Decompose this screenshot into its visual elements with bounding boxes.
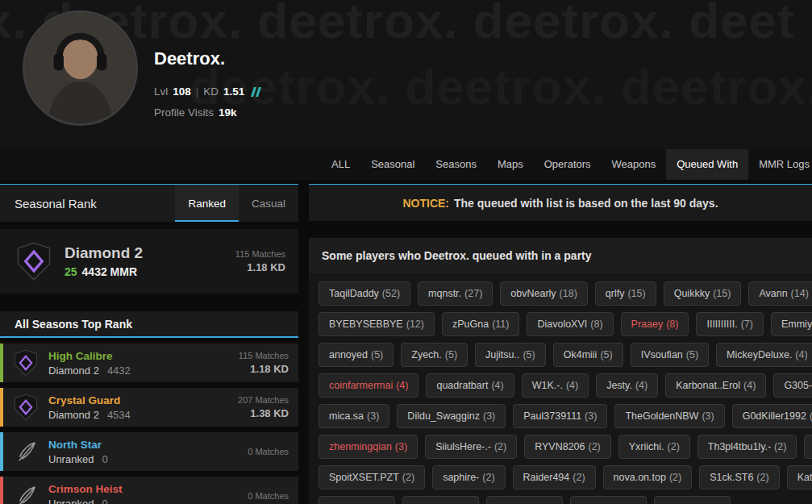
player-chip[interactable]: SiiulsHere-.-(2) xyxy=(425,435,517,459)
player-chip-name: Praaey xyxy=(631,319,664,330)
player-chip-name: Yxriichi. xyxy=(629,441,664,452)
player-chip[interactable]: IIIIIIIIII.(7) xyxy=(696,312,763,336)
player-chip[interactable]: Katze.HD(2) xyxy=(787,465,812,489)
season-mmr: 4534 xyxy=(107,409,131,421)
player-chip[interactable]: obvNearly(18) xyxy=(500,281,588,306)
player-chip-count: (3) xyxy=(585,410,597,422)
player-chip[interactable]: Jesty.(4) xyxy=(596,373,658,398)
notice-text: The queued with list is based on the las… xyxy=(454,197,718,210)
player-chip[interactable]: W1K.-.(4) xyxy=(522,373,589,398)
player-chip[interactable]: DiavoloXVI(8) xyxy=(527,312,613,336)
queued-with-title: Some players who Deetrox. queued with in… xyxy=(309,238,812,273)
player-chip[interactable]: MickeyDeluxe.(4) xyxy=(716,343,812,367)
player-chip-count: (2) xyxy=(494,441,506,452)
player-chip[interactable]: Paul3739111(3) xyxy=(513,404,607,428)
player-chip[interactable]: Ok4miii(5) xyxy=(553,343,623,367)
player-chip[interactable]: mica.sa(3) xyxy=(319,404,389,428)
season-row-high-calibre: High CalibreDiamond 24432115 Matches1.18… xyxy=(0,344,298,382)
player-chip[interactable]: Blxzey.(2) xyxy=(804,435,812,459)
nav-tabs: ALLSeasonalSeasonsMapsOperatorsWeaponsQu… xyxy=(321,149,812,180)
player-chip[interactable]: Zyech.(5) xyxy=(401,343,468,367)
level-value: 108 xyxy=(173,85,191,98)
player-chip[interactable]: quadratbart(4) xyxy=(426,373,514,398)
player-chip-name: qrlfy xyxy=(606,288,625,299)
player-chip-count: (2) xyxy=(669,472,681,483)
nav-tab-weapons[interactable]: Weapons xyxy=(602,149,667,180)
season-mmr: 4432 xyxy=(107,364,131,377)
nav-tab-mmr-logs[interactable]: MMR Logs xyxy=(748,149,812,180)
player-chip-name: Katze.HD xyxy=(797,472,812,483)
chip-row: coinfarmermai(4)quadratbart(4)W1K.-.(4)J… xyxy=(319,373,802,398)
top-rank-list: High CalibreDiamond 24432115 Matches1.18… xyxy=(0,344,298,504)
player-chip-name: Emmiy xyxy=(781,319,812,330)
player-chip-count: (5) xyxy=(371,349,383,360)
rank-stats: 115 Matches 1.18 KD xyxy=(235,249,285,273)
nav-tab-seasons[interactable]: Seasons xyxy=(425,149,487,180)
season-kd: 1.38 KD xyxy=(238,407,289,419)
player-chip-count: (8) xyxy=(590,319,602,330)
player-chip[interactable]: Karbonat..Erol(4) xyxy=(665,373,766,398)
player-chip[interactable]: BYEBYSEBBYE(12) xyxy=(319,312,435,336)
player-chip-count: (8) xyxy=(666,319,678,330)
player-chip[interactable]: G305-iwnl(3) xyxy=(773,373,812,398)
profile-visits: Profile Visits 19k xyxy=(154,106,237,119)
player-chip-name: Ok4miii xyxy=(564,349,598,360)
player-chip[interactable]: Avann(14) xyxy=(748,281,812,306)
player-chip[interactable]: TheGoldenNBW(3) xyxy=(614,404,724,428)
season-row-crimson-heist: Crimson HeistUnranked00 Matches xyxy=(0,477,298,504)
player-chip[interactable]: Quikkky(15) xyxy=(664,281,742,306)
player-chip-partial[interactable] xyxy=(570,496,647,504)
player-chip-name: Dildu_Swagginz xyxy=(407,410,480,422)
player-chip[interactable]: IVsoufian(5) xyxy=(631,343,709,367)
player-chip-count: (5) xyxy=(600,349,612,360)
player-chip[interactable]: annoyed(5) xyxy=(319,343,394,367)
player-chip[interactable]: Th3pl4tbu1ly.-(2) xyxy=(697,435,797,459)
tab-ranked[interactable]: Ranked xyxy=(175,185,239,222)
player-chip-partial[interactable] xyxy=(654,496,731,504)
player-chip-name: nova.on.top xyxy=(614,472,666,483)
player-chip[interactable]: Emmiy(6) xyxy=(771,312,812,336)
player-chip[interactable]: qrlfy(15) xyxy=(595,281,656,306)
nav-tab-all[interactable]: ALL xyxy=(321,149,360,180)
player-chip-count: (2) xyxy=(402,472,414,483)
player-chip-partial[interactable] xyxy=(486,496,563,504)
nav-tab-seasonal[interactable]: Seasonal xyxy=(360,149,425,180)
player-chip-name: IIIIIIIIII. xyxy=(706,319,737,330)
player-chip[interactable]: Dildu_Swagginz(3) xyxy=(397,404,506,428)
level-label: Lvl xyxy=(154,85,168,98)
player-chip-partial[interactable] xyxy=(402,496,479,504)
avatar-image xyxy=(25,13,135,123)
player-chip[interactable]: Raider494(2) xyxy=(513,465,596,489)
player-chip-count: (15) xyxy=(627,288,645,299)
player-chip-name: Quikkky xyxy=(674,288,710,299)
player-chip[interactable]: SpoitXSET.PZT(2) xyxy=(319,465,425,489)
tab-casual[interactable]: Casual xyxy=(239,185,298,222)
player-chip-count: (18) xyxy=(560,288,577,299)
kd-value: 1.51 xyxy=(223,85,244,98)
main-nav: ALLSeasonalSeasonsMapsOperatorsWeaponsQu… xyxy=(0,149,812,180)
nav-tab-queued-with[interactable]: Queued With xyxy=(666,149,748,180)
chip-row-partial xyxy=(319,496,802,504)
player-chip-partial[interactable] xyxy=(319,496,395,504)
player-chip[interactable]: coinfarmermai(4) xyxy=(319,373,418,398)
player-chips: TaqilDaddy(52)mqnstr.(27)obvNearly(18)qr… xyxy=(309,273,812,504)
player-chip[interactable]: Jujitsu..(5) xyxy=(475,343,546,367)
player-chip-name: saphire- xyxy=(443,472,479,483)
chip-row: SpoitXSET.PZT(2)saphire-(2)Raider494(2)n… xyxy=(319,465,802,489)
player-chip[interactable]: mqnstr.(27) xyxy=(418,281,493,306)
player-chip[interactable]: zhenmingqian(3) xyxy=(319,435,418,459)
player-chip[interactable]: saphire-(2) xyxy=(432,465,505,489)
player-chip[interactable]: Yxriichi.(2) xyxy=(618,435,690,459)
player-chip-count: (2) xyxy=(774,441,786,452)
player-chip[interactable]: zPuGna(11) xyxy=(442,312,519,336)
player-chip[interactable]: TaqilDaddy(52) xyxy=(319,281,410,306)
player-chip-count: (4) xyxy=(491,380,503,391)
player-chip[interactable]: S1ck.ST6(2) xyxy=(699,465,779,489)
player-chip[interactable]: Praaey(8) xyxy=(621,312,689,336)
nav-tab-operators[interactable]: Operators xyxy=(534,149,602,180)
seasonal-rank-card: Diamond 2 25 4432 MMR 115 Matches 1.18 K… xyxy=(0,229,298,294)
player-chip[interactable]: G0dKiller1992(3) xyxy=(732,404,812,428)
player-chip[interactable]: RYVN8206(2) xyxy=(524,435,611,459)
nav-tab-maps[interactable]: Maps xyxy=(487,149,534,180)
player-chip[interactable]: nova.on.top(2) xyxy=(603,465,693,489)
